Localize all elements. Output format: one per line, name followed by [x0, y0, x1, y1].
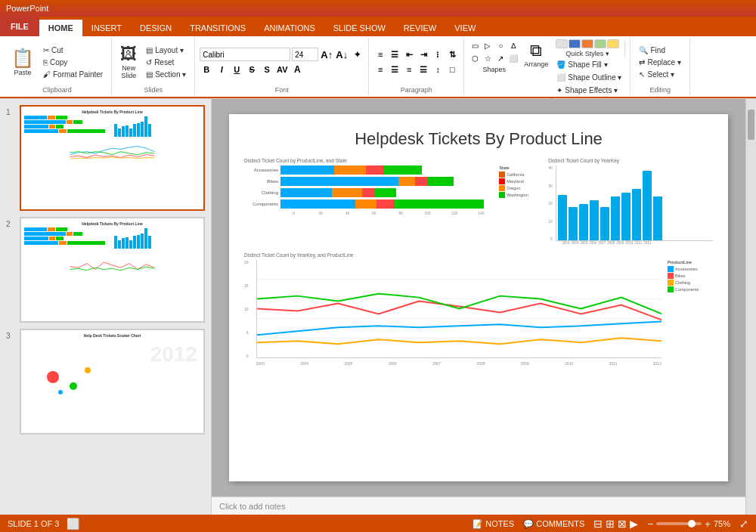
indent-more-btn[interactable]: ⇥ [417, 48, 430, 61]
replace-button[interactable]: ⇄ Replace ▾ [635, 57, 684, 68]
normal-view-btn[interactable]: ⊟ [593, 518, 603, 530]
cut-button[interactable]: ✂ Cut [39, 45, 107, 56]
reset-button[interactable]: ↺ Reset [142, 57, 190, 68]
section-button[interactable]: ▤ Section ▾ [142, 69, 190, 80]
char-spacing-btn[interactable]: AV [275, 63, 289, 76]
justify-btn[interactable]: ☰ [417, 63, 430, 76]
text-box-btn[interactable]: □ [445, 63, 459, 76]
select-button[interactable]: ↖ Select ▾ [635, 69, 684, 80]
slide-thumb-2[interactable]: 2 Helpdesk Tickets By Product Line [6, 217, 205, 323]
tab-view[interactable]: VIEW [445, 20, 485, 36]
zoom-out-btn[interactable]: − [647, 518, 653, 530]
bold-btn[interactable]: B [200, 63, 213, 76]
drawing-group: ▭ ▷ ○ ∆ ⬡ ☆ ↗ ⬜ Shapes ⧉ Arrange [464, 38, 631, 95]
new-slide-button[interactable]: 🖼 New Slide [116, 42, 141, 82]
zoom-slider[interactable] [656, 522, 702, 525]
italic-btn[interactable]: I [215, 63, 228, 76]
format-painter-button[interactable]: 🖌 Format Painter [39, 69, 107, 80]
numbering-btn[interactable]: ☰ [388, 48, 401, 61]
bar-label-components: Components [244, 202, 278, 206]
quick-styles-label: Quick Styles ▾ [565, 50, 609, 57]
decrease-font-btn[interactable]: A↓ [335, 48, 349, 61]
slides-group: 🖼 New Slide ▤ Layout ▾ ↺ Reset ▤ S [112, 38, 195, 95]
align-center-btn[interactable]: ☰ [388, 63, 401, 76]
font-group: A↑ A↓ ✦ B I U S S AV A Font [195, 38, 369, 95]
shape-btn-3[interactable]: ○ [494, 39, 507, 51]
shape-effects-btn[interactable]: ✦ Shape Effects ▾ [553, 85, 625, 96]
fit-window-btn[interactable]: ⤢ [739, 518, 748, 530]
shadow-btn[interactable]: S [260, 63, 274, 76]
bullets-btn[interactable]: ≡ [373, 48, 387, 61]
slide-canvas[interactable]: Helpdesk Tickets By Product Line Distinc… [229, 114, 728, 481]
align-left-btn[interactable]: ≡ [373, 63, 387, 76]
swatch-1[interactable] [556, 39, 568, 48]
copy-button[interactable]: ⎘ Copy [39, 57, 107, 68]
bar-row-accessories: Accessories [244, 165, 494, 175]
arrange-label: Arrange [524, 60, 548, 68]
line-spacing-btn[interactable]: ↕ [431, 63, 445, 76]
reset-icon: ↺ [146, 58, 152, 66]
vertical-scrollbar[interactable] [745, 99, 756, 515]
shape-outline-btn[interactable]: ⬜ Shape Outline ▾ [553, 72, 625, 83]
underline-btn[interactable]: U [230, 63, 243, 76]
paste-icon: 📋 [11, 48, 34, 69]
find-button[interactable]: 🔍 Find [635, 45, 684, 56]
main-layout: 1 Helpdesk Tickets By Product Line [0, 99, 756, 515]
find-icon: 🔍 [639, 46, 648, 54]
paragraph-group-content: ≡ ☰ ⇤ ⇥ ⫶ ⇅ ≡ ☰ ≡ ☰ ↕ □ [373, 39, 459, 85]
chart1-legend: State California Maryland Oregon Washing… [499, 165, 541, 215]
tab-transitions[interactable]: TRANSITIONS [181, 20, 255, 36]
slide-sorter-btn[interactable]: ⊞ [606, 518, 615, 530]
slideshow-btn[interactable]: ▶ [630, 518, 638, 530]
view-buttons: ⊟ ⊞ ⊠ ▶ [593, 518, 638, 530]
layout-button[interactable]: ▤ Layout ▾ [142, 45, 190, 56]
zoom-in-btn[interactable]: + [705, 518, 711, 530]
slide-thumb-1[interactable]: 1 Helpdesk Tickets By Product Line [6, 105, 205, 211]
shape-fill-btn[interactable]: 🪣 Shape Fill ▾ [553, 59, 625, 70]
para-controls: ≡ ☰ ⇤ ⇥ ⫶ ⇅ ≡ ☰ ≡ ☰ ↕ □ [373, 48, 459, 76]
clear-format-btn[interactable]: ✦ [350, 48, 364, 61]
reading-view-btn[interactable]: ⊠ [618, 518, 627, 530]
swatch-5[interactable] [607, 39, 619, 48]
tab-file[interactable]: FILE [0, 17, 39, 36]
tab-review[interactable]: REVIEW [395, 20, 445, 36]
cols-btn[interactable]: ⫶ [431, 48, 445, 61]
tab-insert[interactable]: INSERT [82, 20, 131, 36]
shape-btn-6[interactable]: ☆ [482, 52, 494, 64]
align-right-btn[interactable]: ≡ [402, 63, 416, 76]
swatch-3[interactable] [581, 39, 593, 48]
font-label: Font [275, 85, 289, 94]
shape-btn-4[interactable]: ∆ [507, 39, 519, 51]
shape-btn-1[interactable]: ▭ [469, 39, 481, 51]
slide-type-icon: ⬜ [67, 518, 79, 530]
tab-animations[interactable]: ANIMATIONS [255, 20, 324, 36]
shape-effects-icon: ✦ [556, 86, 562, 94]
bar-label-bikes: Bikes [244, 179, 278, 184]
increase-font-btn[interactable]: A↑ [320, 48, 333, 61]
indent-less-btn[interactable]: ⇤ [402, 48, 416, 61]
notes-bar[interactable]: Click to add notes [212, 496, 745, 515]
shape-btn-7[interactable]: ↗ [494, 52, 507, 64]
tab-slideshow[interactable]: SLIDE SHOW [324, 20, 395, 36]
slide-thumb-3[interactable]: 3 Help Desk Tickets Scatter Chart 2012 [6, 329, 205, 435]
strikethrough-btn[interactable]: S [245, 63, 259, 76]
dir-btn[interactable]: ⇅ [445, 48, 459, 61]
notes-button[interactable]: 📝 NOTES [472, 519, 514, 529]
swatch-4[interactable] [594, 39, 606, 48]
editing-group-content: 🔍 Find ⇄ Replace ▾ ↖ Select ▾ [635, 39, 684, 85]
shape-btn-2[interactable]: ▷ [482, 39, 494, 51]
scroll-thumb[interactable] [748, 110, 754, 140]
tab-design[interactable]: DESIGN [131, 20, 181, 36]
arrange-section[interactable]: ⧉ Arrange [521, 39, 551, 70]
shape-btn-8[interactable]: ⬜ [507, 52, 519, 64]
para-row1: ≡ ☰ ⇤ ⇥ ⫶ ⇅ [373, 48, 459, 61]
font-size-input[interactable] [292, 48, 318, 61]
paste-button[interactable]: 📋 Paste [8, 45, 38, 79]
font-color-btn[interactable]: A [290, 63, 304, 76]
font-name-input[interactable] [200, 48, 290, 61]
swatch-2[interactable] [569, 39, 581, 48]
shape-btn-5[interactable]: ⬡ [469, 52, 481, 64]
tab-home[interactable]: HOME [39, 20, 82, 36]
comments-button[interactable]: 💬 COMMENTS [523, 519, 584, 529]
status-bar: SLIDE 1 OF 3 ⬜ 📝 NOTES 💬 COMMENTS ⊟ ⊞ ⊠ … [0, 515, 756, 532]
